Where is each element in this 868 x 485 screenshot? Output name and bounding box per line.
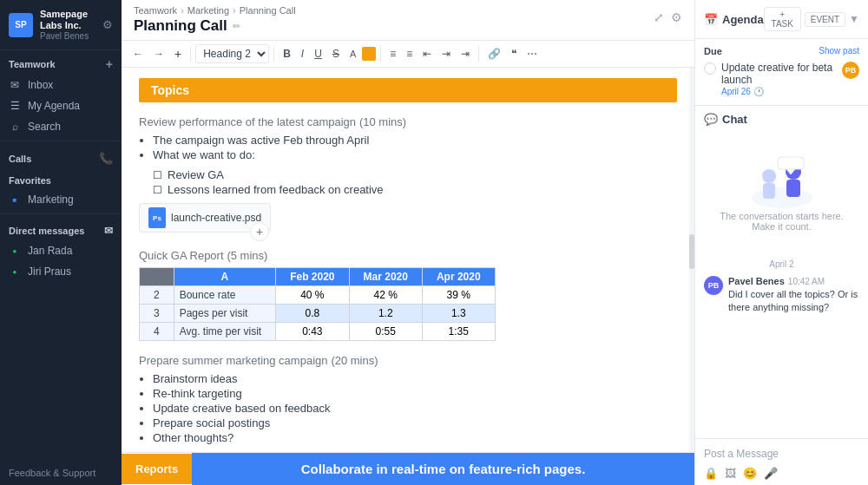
document-content: Topics Review performance of the latest … [122,68,694,485]
underline-button[interactable]: U [310,45,326,62]
edit-title-icon[interactable]: ✏ [233,21,240,32]
bullet-item: What we want to do: [153,148,677,161]
sidebar-item-my-agenda[interactable]: ☰ My Agenda [0,95,122,116]
more-button[interactable]: ⋯ [523,45,542,62]
calls-section[interactable]: Calls 📞 [0,145,122,168]
chat-bubble: Pavel Benes 10:42 AM Did I cover all the… [728,276,859,315]
inbox-label: Inbox [28,79,53,91]
table-header-num [140,268,174,286]
agenda-checkbox[interactable] [704,62,716,75]
indent-left-button[interactable]: ⇤ [418,45,436,62]
section3-title: Prepare summer marketing campaign (20 mi… [139,353,677,367]
cell-pages-feb: 0.8 [276,305,349,323]
bullet-item: The campaign was active Feb through Apri… [153,134,677,147]
main-area: Teamwork › Marketing › Planning Call Pla… [122,0,694,485]
dm-section[interactable]: Direct messages ✉ [0,218,122,240]
svg-point-1 [762,169,776,183]
search-label: Search [28,121,61,133]
link-button[interactable]: 🔗 [483,45,505,62]
jiri-label: Jiri Praus [28,265,71,278]
checkbox-item[interactable]: Review GA [153,168,677,181]
cell-bounce-apr: 39 % [422,286,495,305]
filter-icon[interactable]: ▼ [849,13,859,25]
add-event-button[interactable]: EVENT [805,12,845,27]
table-header-a: A [174,268,275,286]
cell-bounce-feb: 40 % [276,286,349,305]
scrollbar-thumb[interactable] [689,234,694,269]
add-task-button[interactable]: + TASK [764,7,801,31]
breadcrumb: Teamwork › Marketing › Planning Call [134,5,296,16]
agenda-header: 📅 Agenda + TASK EVENT ▼ [695,0,868,39]
add-teamwork-icon[interactable]: + [106,57,113,71]
sidebar-item-jan[interactable]: ● Jan Rada [0,240,122,261]
cell-time-feb: 0:43 [276,323,349,341]
due-label: Due [704,46,722,56]
font-size-button[interactable]: A [345,46,360,62]
add-block-button[interactable]: + [170,44,186,63]
indent-right-button[interactable]: ⇥ [437,45,455,62]
lock-icon[interactable]: 🔒 [704,467,718,480]
sidebar: SP Samepage Labs Inc. Pavel Benes ⚙ Team… [0,0,122,485]
user-online-icon: ● [9,247,21,255]
settings-icon[interactable]: ⚙ [102,18,113,31]
agenda-calendar-icon: 📅 [704,13,718,26]
teamwork-section[interactable]: Teamwork + [0,50,122,75]
undo-button[interactable]: ← [128,45,148,62]
right-panel: 📅 Agenda + TASK EVENT ▼ Due Show past Up… [694,0,868,485]
agenda-item-avatar: PB [842,62,859,79]
emoji-icon[interactable]: 😊 [743,467,757,480]
fullscreen-icon[interactable]: ⤢ [654,10,664,24]
page-title-row: Planning Call ✏ [134,17,296,40]
checkbox-item[interactable]: Lessons learned from feedback on creativ… [153,183,677,196]
sidebar-item-jiri[interactable]: ● Jiri Praus [0,261,122,282]
chat-sender-avatar: PB [704,276,723,295]
align-right-button[interactable]: ⇥ [457,45,474,62]
scrollbar-track[interactable] [689,68,694,485]
italic-button[interactable]: I [297,45,308,62]
color-picker-block[interactable] [362,47,376,61]
top-bar: Teamwork › Marketing › Planning Call Pla… [122,0,694,41]
table-row: 2 Bounce rate 40 % 42 % 39 % [140,286,496,305]
settings-page-icon[interactable]: ⚙ [671,10,682,24]
agenda-icon: ☰ [9,100,21,112]
svg-rect-4 [786,180,800,197]
sidebar-item-search[interactable]: ⌕ Search [0,116,122,137]
chat-title: Chat [722,113,747,126]
redo-button[interactable]: → [149,45,168,62]
chat-input-placeholder[interactable]: Post a Message [704,444,859,463]
show-past-link[interactable]: Show past [819,46,859,56]
section1-checkboxes: Review GA Lessons learned from feedback … [153,168,677,196]
quote-button[interactable]: ❝ [507,45,521,62]
breadcrumb-marketing[interactable]: Marketing [187,5,229,16]
sidebar-item-inbox[interactable]: ✉ Inbox [0,75,122,95]
marketing-icon: ■ [9,196,21,204]
page-title: Planning Call [134,17,227,35]
section2-title: Quick GA Report (5 mins) [139,248,677,262]
section1-bullets: The campaign was active Feb through Apri… [153,134,677,161]
strikethrough-button[interactable]: S [328,45,344,62]
company-name: Samepage Labs Inc. [40,9,95,31]
reports-label[interactable]: Reports [122,454,192,484]
content-area: Topics Review performance of the latest … [122,68,694,485]
favorites-label: Favorites [9,175,51,186]
favorites-section[interactable]: Favorites [0,168,122,189]
image-icon[interactable]: 🖼 [725,467,736,480]
feedback-link[interactable]: Feedback & Support [0,461,122,485]
agenda-item-content: Update creative for beta launch April 26… [721,62,837,96]
chat-sender-name: Pavel Benes [728,276,785,286]
list-button[interactable]: ≡ [385,45,400,62]
bold-button[interactable]: B [279,45,295,62]
chat-input-actions: 🔒 🖼 😊 🎤 [704,463,859,480]
sidebar-item-marketing[interactable]: ■ Marketing [0,189,122,210]
add-block-left-button[interactable]: + [250,222,269,241]
breadcrumb-teamwork[interactable]: Teamwork [134,5,177,16]
align-button[interactable]: ≡ [402,45,417,62]
new-dm-icon[interactable]: ✉ [104,225,113,237]
calls-phone-icon: 📞 [99,152,113,165]
mic-icon[interactable]: 🎤 [764,467,778,480]
heading-select[interactable]: Heading 2 Heading 1 Normal [195,44,269,63]
cell-time-apr: 1:35 [422,323,495,341]
svg-rect-5 [778,157,804,169]
bullet-item: Brainstorm ideas [153,372,677,385]
chat-illustration [743,150,821,211]
